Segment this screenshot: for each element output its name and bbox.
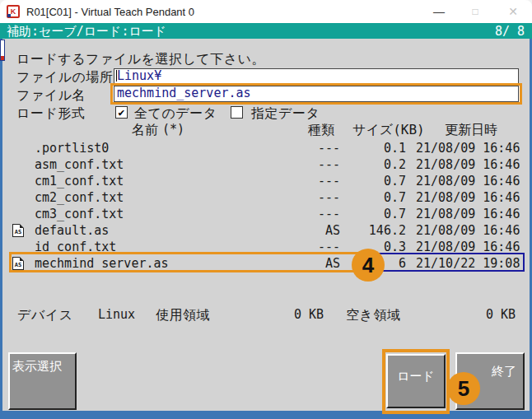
close-icon: ✕	[508, 5, 518, 18]
maximize-icon: □	[472, 6, 478, 17]
instruction-text: ロードするファイルを選択して下さい。	[16, 51, 265, 68]
file-type: ---	[288, 156, 340, 173]
file-type: AS	[288, 222, 340, 239]
file-name-label: ファイル名	[16, 87, 86, 105]
file-type: ---	[288, 173, 340, 189]
all-data-checkbox[interactable]: ✔	[115, 106, 128, 119]
window-frame-bottom	[0, 411, 532, 419]
page-indicator: 8/ 8	[490, 24, 525, 39]
file-type: ---	[288, 189, 340, 206]
specified-data-label: 指定データ	[251, 105, 320, 123]
device-value: Linux	[98, 307, 135, 322]
file-type: ---	[288, 206, 340, 222]
file-modified: 21/08/09 16:46	[416, 156, 520, 173]
minimize-icon: —	[433, 5, 445, 18]
free-space-label: 空き領域	[346, 307, 400, 324]
used-space-label: 使用領域	[156, 307, 210, 324]
file-size: 0.2	[340, 156, 406, 173]
column-header-name-note: (*)	[162, 122, 184, 137]
file-row[interactable]: cm3_conf.txt --- 0.7 21/08/09 16:46	[0, 206, 532, 222]
file-location-input[interactable]: Linux¥	[114, 68, 519, 84]
specified-data-checkbox[interactable]	[231, 106, 243, 119]
selected-row-highlight-annotation	[9, 252, 366, 272]
column-header-type: 種類	[308, 122, 334, 139]
maximize-button[interactable]: □	[458, 0, 492, 23]
file-size: 0.7	[340, 173, 406, 189]
file-row[interactable]: cm1_conf.txt --- 0.7 21/08/09 16:46	[0, 173, 532, 189]
file-size: 0.1	[340, 140, 406, 156]
step-badge-5: 5	[447, 372, 480, 405]
file-location-label: ファイルの場所	[16, 69, 113, 86]
file-name: cm2_conf.txt	[35, 189, 124, 206]
device-label: デバイス	[17, 307, 73, 324]
file-name: cm3_conf.txt	[35, 206, 124, 222]
file-modified: 21/08/09 16:46	[416, 140, 520, 156]
column-header-modified: 更新日時	[445, 122, 497, 139]
free-space-value: 0 KB	[447, 307, 516, 322]
file-name: cm1_conf.txt	[35, 173, 124, 189]
column-header-size: サイズ(KB)	[352, 122, 425, 139]
app-icon-letter: K	[11, 7, 16, 16]
as-file-icon: AS	[12, 224, 24, 237]
file-name: asm_conf.txt	[35, 156, 124, 173]
file-name-input[interactable]: mechmind_server.as	[114, 86, 519, 102]
text-cursor	[116, 70, 117, 81]
function-path-title: 補助:セーブ/ロード:ロード	[7, 24, 166, 40]
file-size: 0.7	[340, 189, 406, 206]
load-button-highlight-annotation	[382, 349, 450, 414]
file-size: 146.2	[340, 222, 406, 239]
window-titlebar: K R01[C01] - Virtual Teach Pendant 0 — □…	[0, 0, 532, 23]
exit-label: 終了	[492, 364, 516, 379]
file-modified: 21/08/09 16:46	[416, 222, 520, 239]
used-space-value: 0 KB	[255, 307, 324, 322]
file-modified: 21/08/09 16:46	[416, 189, 520, 206]
file-modified: 21/08/09 16:46	[416, 206, 520, 222]
close-button[interactable]: ✕	[494, 0, 532, 23]
load-format-label: ロード形式	[16, 105, 85, 123]
app-icon: K	[7, 5, 20, 18]
all-data-label: 全てのデータ	[134, 105, 217, 123]
file-size: 0.7	[340, 206, 406, 222]
minimize-button[interactable]: —	[422, 0, 456, 23]
file-name: .portlist0	[35, 140, 109, 156]
column-header-name: 名前	[132, 122, 158, 139]
background-window-edge-red	[1, 56, 4, 60]
file-name: default.as	[35, 222, 109, 239]
display-select-label: 表示選択	[12, 359, 62, 374]
file-row[interactable]: cm2_conf.txt --- 0.7 21/08/09 16:46	[0, 189, 532, 206]
file-row[interactable]: AS default.as AS 146.2 21/08/09 16:46	[0, 222, 532, 239]
display-select-button[interactable]: 表示選択	[8, 352, 77, 410]
selected-row-focus-outline	[370, 253, 525, 272]
check-icon: ✔	[119, 106, 125, 119]
file-type: ---	[288, 140, 340, 156]
file-row[interactable]: .portlist0 --- 0.1 21/08/09 16:46	[0, 140, 532, 156]
file-row[interactable]: asm_conf.txt --- 0.2 21/08/09 16:46	[0, 156, 532, 173]
file-modified: 21/08/09 16:46	[416, 173, 520, 189]
step-badge-4: 4	[352, 249, 385, 282]
background-window-edge	[0, 40, 5, 61]
window-title: R01[C01] - Virtual Teach Pendant 0	[26, 6, 194, 18]
app-icon-dot	[7, 14, 11, 17]
